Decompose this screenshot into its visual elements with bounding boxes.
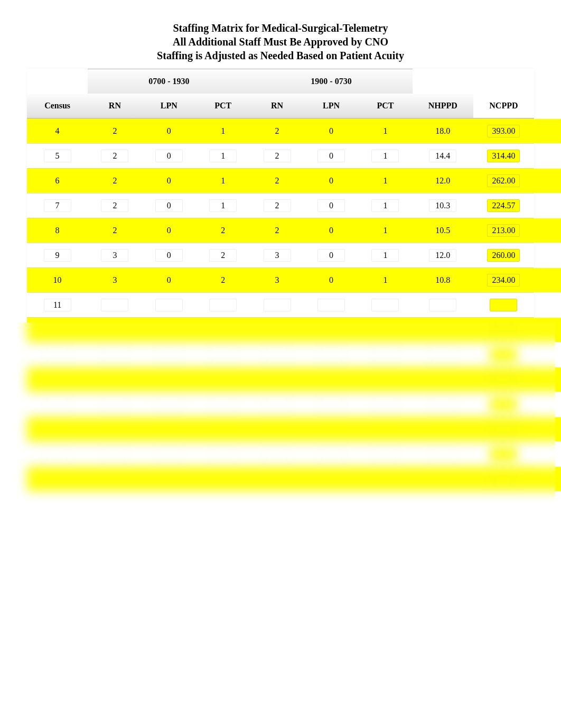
value-rn2	[264, 348, 291, 361]
value-lpn2	[317, 299, 345, 311]
row-highlight-extension	[534, 318, 561, 342]
value-lpn1: 0	[155, 125, 183, 137]
cell-census: 7	[27, 193, 88, 218]
cell-census: 5	[27, 143, 88, 168]
cell-lpn1	[142, 441, 196, 466]
cell-rn1: 2	[88, 218, 142, 243]
cell-rn2	[250, 367, 304, 392]
cell-pct2: 1	[358, 143, 412, 168]
cell-pct2	[358, 292, 412, 317]
cell-lpn2: 0	[304, 118, 358, 143]
cell-nhppd	[413, 292, 473, 317]
cell-rn1: 2	[88, 168, 142, 193]
cell-nhppd	[413, 466, 473, 491]
cell-lpn2	[304, 417, 358, 441]
value-ncppd: 314.40	[487, 150, 520, 162]
value-rn1	[101, 373, 128, 386]
table-row: 420120118.0393.00	[27, 118, 534, 143]
value-lpn1: 0	[155, 150, 183, 162]
cell-rn1: 2	[88, 193, 142, 218]
value-rn2: 2	[264, 150, 291, 162]
cell-rn2: 2	[250, 193, 304, 218]
value-ncppd	[490, 448, 517, 460]
cell-nhppd: 14.4	[413, 143, 473, 168]
cell-lpn2	[304, 466, 358, 491]
staffing-matrix: 0700 - 1930 1900 - 0730 Census RN LPN PC…	[27, 69, 534, 491]
cell-lpn1	[142, 417, 196, 441]
title-line-1: Staffing Matrix for Medical-Surgical-Tel…	[11, 21, 550, 35]
value-lpn2: 0	[317, 199, 345, 212]
value-pct2: 1	[371, 174, 399, 187]
value-rn2: 2	[264, 224, 291, 237]
cell-nhppd: 10.8	[413, 268, 473, 292]
cell-pct2: 1	[358, 243, 412, 268]
value-lpn1: 0	[155, 274, 183, 287]
cell-lpn2: 0	[304, 193, 358, 218]
value-ncppd	[490, 398, 517, 411]
cell-lpn1: 0	[142, 168, 196, 193]
value-census	[44, 448, 71, 460]
value-pct2: 1	[371, 125, 399, 137]
cell-lpn2	[304, 392, 358, 417]
cell-rn1: 2	[88, 143, 142, 168]
value-pct2: 1	[371, 199, 399, 212]
cell-pct2: 1	[358, 118, 412, 143]
value-lpn2	[317, 423, 345, 436]
cell-rn1: 2	[88, 118, 142, 143]
cell-census	[27, 342, 88, 367]
value-census	[44, 373, 71, 386]
table-row	[27, 317, 534, 342]
cell-ncppd: 260.00	[473, 243, 534, 268]
cell-pct1: 2	[196, 218, 250, 243]
cell-pct1	[196, 441, 250, 466]
table-row: 520120114.4314.40	[27, 143, 534, 168]
cell-pct2	[358, 392, 412, 417]
value-ncppd	[490, 299, 517, 311]
cell-rn2: 2	[250, 143, 304, 168]
table-row	[27, 417, 534, 441]
value-census	[44, 348, 71, 361]
row-highlight-extension	[534, 467, 561, 491]
value-pct2: 1	[371, 224, 399, 237]
shift-header-row: 0700 - 1930 1900 - 0730	[27, 69, 534, 94]
cell-rn1	[88, 342, 142, 367]
value-rn2: 2	[264, 174, 291, 187]
value-ncppd: 262.00	[487, 174, 520, 187]
value-ncppd: 260.00	[487, 249, 520, 262]
cell-ncppd: 393.00	[473, 118, 534, 143]
value-lpn2: 0	[317, 224, 345, 237]
value-nhppd: 18.0	[429, 125, 456, 137]
cell-lpn1	[142, 342, 196, 367]
value-rn1	[101, 348, 128, 361]
cell-census	[27, 417, 88, 441]
cell-rn1	[88, 292, 142, 317]
value-rn2: 2	[264, 199, 291, 212]
value-ncppd: 213.00	[487, 224, 520, 237]
value-lpn2	[317, 324, 345, 336]
blank-header	[473, 69, 534, 94]
value-lpn1	[155, 473, 183, 485]
value-lpn2: 0	[317, 274, 345, 287]
cell-lpn1: 0	[142, 143, 196, 168]
value-census: 5	[44, 150, 71, 162]
value-lpn1: 0	[155, 199, 183, 212]
row-highlight-extension	[534, 268, 561, 292]
title-line-2: All Additional Staff Must Be Approved by…	[11, 35, 550, 49]
value-pct2: 1	[371, 150, 399, 162]
cell-rn1	[88, 417, 142, 441]
cell-pct1	[196, 292, 250, 317]
cell-pct2	[358, 317, 412, 342]
cell-rn2	[250, 441, 304, 466]
column-header-row: Census RN LPN PCT RN LPN PCT NHPPD NCPPD	[27, 94, 534, 118]
value-census: 10	[44, 274, 71, 287]
value-rn1: 2	[101, 174, 128, 187]
value-rn2: 3	[264, 274, 291, 287]
cell-lpn1	[142, 392, 196, 417]
value-census: 11	[44, 299, 71, 311]
value-census: 8	[44, 224, 71, 237]
cell-nhppd	[413, 392, 473, 417]
cell-lpn1	[142, 317, 196, 342]
cell-ncppd: 234.00	[473, 268, 534, 292]
blank-header	[413, 69, 473, 94]
cell-census	[27, 466, 88, 491]
